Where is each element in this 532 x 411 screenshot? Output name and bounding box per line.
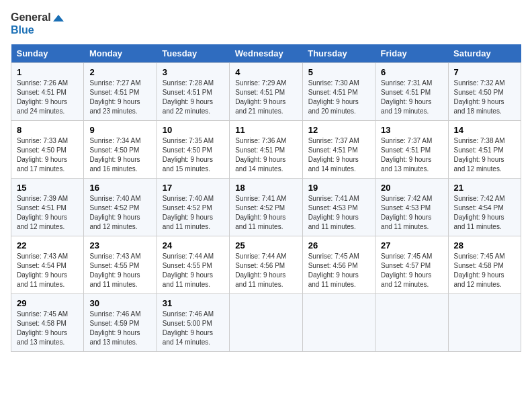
header-cell-saturday: Saturday [448,44,521,63]
day-info: Sunrise: 7:40 AMSunset: 4:52 PMDaylight:… [163,194,224,232]
day-number: 22 [17,240,78,250]
day-info: Sunrise: 7:37 AMSunset: 4:51 PMDaylight:… [308,136,369,174]
day-number: 28 [454,240,515,250]
day-number: 10 [163,125,224,135]
day-number: 5 [308,67,369,77]
day-cell: 26Sunrise: 7:45 AMSunset: 4:56 PMDayligh… [302,236,375,294]
day-info: Sunrise: 7:45 AMSunset: 4:56 PMDaylight:… [308,252,369,289]
day-number: 18 [235,183,296,193]
day-cell: 12Sunrise: 7:37 AMSunset: 4:51 PMDayligh… [302,121,375,179]
day-info: Sunrise: 7:43 AMSunset: 4:54 PMDaylight:… [17,252,78,289]
day-cell: 10Sunrise: 7:35 AMSunset: 4:50 PMDayligh… [157,121,229,179]
day-cell: 7Sunrise: 7:32 AMSunset: 4:50 PMDaylight… [448,63,521,121]
day-number: 9 [89,125,150,135]
day-number: 3 [163,67,224,77]
day-cell: 1Sunrise: 7:26 AMSunset: 4:51 PMDaylight… [11,63,84,121]
day-cell: 21Sunrise: 7:42 AMSunset: 4:54 PMDayligh… [448,179,521,236]
day-number: 20 [381,183,442,193]
day-cell: 31Sunrise: 7:46 AMSunset: 5:00 PMDayligh… [157,294,229,352]
day-cell: 17Sunrise: 7:40 AMSunset: 4:52 PMDayligh… [157,179,229,236]
header-cell-monday: Monday [84,44,157,63]
day-number: 2 [89,67,150,77]
day-number: 11 [235,125,296,135]
day-number: 19 [308,183,369,193]
day-number: 24 [163,240,224,250]
logo-text: General Blue [11,11,64,36]
day-info: Sunrise: 7:44 AMSunset: 4:55 PMDaylight:… [163,252,224,289]
day-number: 23 [89,240,150,250]
day-number: 27 [381,240,442,250]
week-row-3: 15Sunrise: 7:39 AMSunset: 4:51 PMDayligh… [11,179,521,236]
day-number: 17 [163,183,224,193]
day-cell: 3Sunrise: 7:28 AMSunset: 4:51 PMDaylight… [157,63,229,121]
day-info: Sunrise: 7:33 AMSunset: 4:50 PMDaylight:… [17,136,78,174]
day-info: Sunrise: 7:38 AMSunset: 4:51 PMDaylight:… [454,136,515,174]
day-cell: 13Sunrise: 7:37 AMSunset: 4:51 PMDayligh… [375,121,448,179]
day-cell: 22Sunrise: 7:43 AMSunset: 4:54 PMDayligh… [11,236,84,294]
day-info: Sunrise: 7:27 AMSunset: 4:51 PMDaylight:… [89,79,150,116]
header-cell-friday: Friday [375,44,448,63]
day-cell: 15Sunrise: 7:39 AMSunset: 4:51 PMDayligh… [11,179,84,236]
day-cell: 8Sunrise: 7:33 AMSunset: 4:50 PMDaylight… [11,121,84,179]
day-number: 14 [454,125,515,135]
day-cell: 2Sunrise: 7:27 AMSunset: 4:51 PMDaylight… [84,63,157,121]
day-info: Sunrise: 7:43 AMSunset: 4:55 PMDaylight:… [89,252,150,289]
day-info: Sunrise: 7:41 AMSunset: 4:53 PMDaylight:… [308,194,369,232]
day-cell: 28Sunrise: 7:45 AMSunset: 4:58 PMDayligh… [448,236,521,294]
week-row-5: 29Sunrise: 7:45 AMSunset: 4:58 PMDayligh… [11,294,521,352]
day-number: 12 [308,125,369,135]
day-cell: 20Sunrise: 7:42 AMSunset: 4:53 PMDayligh… [375,179,448,236]
day-cell: 14Sunrise: 7:38 AMSunset: 4:51 PMDayligh… [448,121,521,179]
day-cell: 30Sunrise: 7:46 AMSunset: 4:59 PMDayligh… [84,294,157,352]
day-cell: 24Sunrise: 7:44 AMSunset: 4:55 PMDayligh… [157,236,229,294]
day-info: Sunrise: 7:45 AMSunset: 4:57 PMDaylight:… [381,252,442,289]
day-cell: 18Sunrise: 7:41 AMSunset: 4:52 PMDayligh… [230,179,302,236]
day-cell: 29Sunrise: 7:45 AMSunset: 4:58 PMDayligh… [11,294,84,352]
header-cell-tuesday: Tuesday [157,44,229,63]
day-number: 31 [163,298,224,308]
day-number: 26 [308,240,369,250]
day-info: Sunrise: 7:45 AMSunset: 4:58 PMDaylight:… [454,252,515,289]
header-cell-sunday: Sunday [11,44,84,63]
day-number: 8 [17,125,78,135]
day-info: Sunrise: 7:29 AMSunset: 4:51 PMDaylight:… [235,79,296,116]
week-row-2: 8Sunrise: 7:33 AMSunset: 4:50 PMDaylight… [11,121,521,179]
logo: General Blue [11,11,64,36]
day-number: 21 [454,183,515,193]
day-number: 1 [17,67,78,77]
day-info: Sunrise: 7:31 AMSunset: 4:51 PMDaylight:… [381,79,442,116]
day-info: Sunrise: 7:26 AMSunset: 4:51 PMDaylight:… [17,79,78,116]
day-info: Sunrise: 7:37 AMSunset: 4:51 PMDaylight:… [381,136,442,174]
day-info: Sunrise: 7:42 AMSunset: 4:53 PMDaylight:… [381,194,442,232]
day-cell: 25Sunrise: 7:44 AMSunset: 4:56 PMDayligh… [230,236,302,294]
day-info: Sunrise: 7:30 AMSunset: 4:51 PMDaylight:… [308,79,369,116]
day-cell: 6Sunrise: 7:31 AMSunset: 4:51 PMDaylight… [375,63,448,121]
day-info: Sunrise: 7:35 AMSunset: 4:50 PMDaylight:… [163,136,224,174]
calendar-table: SundayMondayTuesdayWednesdayThursdayFrid… [11,44,521,352]
day-number: 29 [17,298,78,308]
day-number: 7 [454,67,515,77]
day-info: Sunrise: 7:46 AMSunset: 4:59 PMDaylight:… [89,310,150,347]
day-info: Sunrise: 7:28 AMSunset: 4:51 PMDaylight:… [163,79,224,116]
day-number: 25 [235,240,296,250]
day-info: Sunrise: 7:36 AMSunset: 4:51 PMDaylight:… [235,136,296,174]
header-row: SundayMondayTuesdayWednesdayThursdayFrid… [11,44,521,63]
day-cell: 16Sunrise: 7:40 AMSunset: 4:52 PMDayligh… [84,179,157,236]
day-number: 4 [235,67,296,77]
day-cell: 27Sunrise: 7:45 AMSunset: 4:57 PMDayligh… [375,236,448,294]
day-cell [302,294,375,352]
day-info: Sunrise: 7:45 AMSunset: 4:58 PMDaylight:… [17,310,78,347]
day-info: Sunrise: 7:46 AMSunset: 5:00 PMDaylight:… [163,310,224,347]
day-info: Sunrise: 7:32 AMSunset: 4:50 PMDaylight:… [454,79,515,116]
header: General Blue [11,11,521,36]
day-cell: 11Sunrise: 7:36 AMSunset: 4:51 PMDayligh… [230,121,302,179]
day-number: 13 [381,125,442,135]
header-cell-thursday: Thursday [302,44,375,63]
day-info: Sunrise: 7:41 AMSunset: 4:52 PMDaylight:… [235,194,296,232]
week-row-4: 22Sunrise: 7:43 AMSunset: 4:54 PMDayligh… [11,236,521,294]
day-info: Sunrise: 7:44 AMSunset: 4:56 PMDaylight:… [235,252,296,289]
day-cell [375,294,448,352]
day-info: Sunrise: 7:39 AMSunset: 4:51 PMDaylight:… [17,194,78,232]
day-number: 15 [17,183,78,193]
day-cell: 19Sunrise: 7:41 AMSunset: 4:53 PMDayligh… [302,179,375,236]
